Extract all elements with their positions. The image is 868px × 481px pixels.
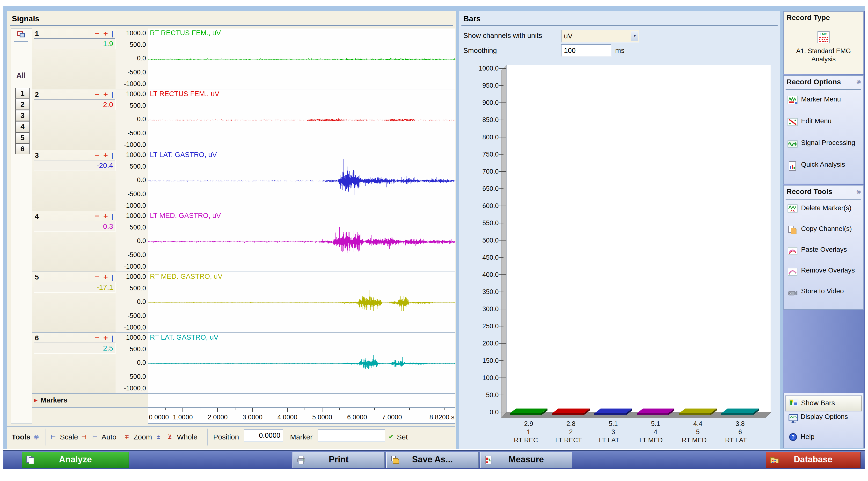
- units-dropdown-arrow-icon[interactable]: ▾: [631, 31, 639, 41]
- whole-view-icon[interactable]: ⊻: [168, 434, 172, 440]
- channel-y-scale: 1000.0500.00.0-500.0-1000.0: [116, 29, 148, 89]
- channel-waveform-canvas[interactable]: [148, 150, 455, 211]
- record-options-collapse-icon[interactable]: ◉: [857, 79, 861, 85]
- channel-plot-4[interactable]: LT MED. GASTRO, uV: [148, 211, 455, 271]
- channel-value-box[interactable]: -20.4: [34, 160, 116, 171]
- show-bars-button[interactable]: Show Bars: [785, 396, 862, 411]
- record-type-name[interactable]: A1. Standard EMG Analysis: [795, 47, 852, 63]
- select-all-channels-button[interactable]: All: [11, 71, 31, 79]
- channel-button-2[interactable]: 2: [15, 99, 30, 110]
- scale-down-icon[interactable]: ⊢: [51, 434, 56, 440]
- store-to-video-item[interactable]: Store to Video: [784, 287, 863, 306]
- set-button[interactable]: Set: [397, 433, 408, 441]
- signal-processing-item[interactable]: Signal Processing: [784, 138, 863, 158]
- channel-button-5[interactable]: 5: [15, 132, 30, 143]
- tools-menu-icon[interactable]: ◉: [34, 434, 39, 440]
- bar-2[interactable]: [552, 409, 590, 413]
- markers-row[interactable]: ▶ Markers: [32, 394, 148, 407]
- edit-menu-item[interactable]: Edit Menu: [784, 117, 863, 136]
- measure-button[interactable]: Measure: [480, 452, 572, 468]
- database-button[interactable]: Database: [766, 452, 861, 468]
- zoom-button[interactable]: Zoom: [133, 433, 152, 441]
- bar-4[interactable]: [637, 409, 674, 413]
- position-label: Position: [213, 433, 239, 441]
- scale-up-icon[interactable]: ⊣: [81, 434, 86, 440]
- channel-scale-plus-button[interactable]: +: [101, 212, 110, 220]
- channel-scale-minus-button[interactable]: −: [93, 151, 101, 159]
- channel-waveform-canvas[interactable]: [148, 89, 455, 150]
- whole-button[interactable]: Whole: [177, 433, 197, 441]
- bar-1[interactable]: [510, 409, 548, 413]
- channel-scale-minus-button[interactable]: −: [93, 333, 101, 342]
- channel-scale-plus-button[interactable]: +: [101, 29, 110, 38]
- channel-waveform-canvas[interactable]: [148, 333, 455, 393]
- delete-marker-s-item[interactable]: xxDelete Marker(s): [784, 203, 863, 223]
- display-options-button[interactable]: Display Options: [801, 412, 856, 421]
- help-icon[interactable]: ?: [789, 433, 797, 441]
- y-scale-tick: 0.0: [137, 298, 146, 306]
- marker-menu-item[interactable]: Marker Menu: [784, 95, 863, 115]
- channel-plot-5[interactable]: RT MED. GASTRO, uV: [148, 272, 455, 332]
- channel-plot-3[interactable]: LT LAT. GASTRO, uV: [148, 150, 455, 211]
- channel-scale-plus-button[interactable]: +: [101, 90, 110, 99]
- bar-6[interactable]: [721, 409, 759, 413]
- channel-cursor-button[interactable]: |: [110, 30, 113, 37]
- channel-cursor-button[interactable]: |: [110, 334, 113, 342]
- help-button[interactable]: Help: [801, 433, 814, 441]
- copy-channel-s-item[interactable]: Copy Channel(s): [784, 224, 863, 244]
- bar-3[interactable]: [594, 409, 632, 413]
- channel-scale-minus-button[interactable]: −: [93, 90, 101, 99]
- position-input[interactable]: [244, 429, 283, 442]
- channel-button-6[interactable]: 6: [15, 143, 30, 154]
- channel-scale-plus-button[interactable]: +: [101, 333, 110, 342]
- channel-cursor-button[interactable]: |: [110, 91, 113, 98]
- units-dropdown[interactable]: uV ▾: [561, 30, 639, 43]
- channel-scale-plus-button[interactable]: +: [101, 272, 110, 281]
- channel-value-box[interactable]: -17.1: [34, 282, 116, 293]
- markers-row-plot-area[interactable]: [148, 394, 455, 407]
- channel-plot-2[interactable]: LT RECTUS FEM., uV: [148, 89, 455, 150]
- auto-scale-icon[interactable]: ⊢: [92, 434, 97, 440]
- channel-cursor-button[interactable]: |: [110, 213, 113, 220]
- channel-waveform-canvas[interactable]: [148, 211, 455, 271]
- channel-scale-minus-button[interactable]: −: [93, 212, 101, 220]
- auto-button[interactable]: Auto: [101, 433, 117, 441]
- y-scale-tick: -500.0: [127, 69, 146, 76]
- remove-overlays-item[interactable]: Remove Overlays: [784, 266, 863, 286]
- bars-y-tick-label: 100.0: [482, 374, 499, 382]
- channel-scale-minus-button[interactable]: −: [93, 272, 101, 281]
- channel-value-box[interactable]: -2.0: [34, 99, 116, 110]
- channel-value-box[interactable]: 1.9: [34, 38, 116, 49]
- channel-scale-minus-button[interactable]: −: [93, 29, 101, 38]
- markers-expand-icon[interactable]: ▶: [34, 397, 37, 403]
- channel-button-3[interactable]: 3: [15, 110, 30, 121]
- channel-waveform-canvas[interactable]: [148, 272, 455, 332]
- channel-value-box[interactable]: 2.5: [34, 343, 116, 354]
- channel-waveform-canvas[interactable]: [148, 29, 455, 89]
- channel-trace-label: LT LAT. GASTRO, uV: [150, 151, 217, 159]
- record-tools-collapse-icon[interactable]: ◉: [857, 188, 861, 195]
- analyze-button[interactable]: Analyze: [22, 452, 129, 468]
- overlay-windows-icon[interactable]: [17, 31, 25, 38]
- channel-cursor-button[interactable]: |: [110, 274, 113, 281]
- print-button[interactable]: Print: [292, 452, 385, 468]
- save-as-button[interactable]: Save As...: [386, 452, 478, 468]
- bar-5[interactable]: [679, 409, 717, 413]
- quick-analysis-item[interactable]: Quick Analysis: [784, 160, 863, 180]
- channel-value-box[interactable]: 0.3: [34, 221, 116, 232]
- scale-button[interactable]: Scale: [60, 433, 78, 441]
- zoom-out-icon[interactable]: ∓: [124, 434, 129, 440]
- display-options-icon[interactable]: [788, 414, 798, 424]
- channel-scale-plus-button[interactable]: +: [101, 151, 110, 159]
- channel-cursor-button[interactable]: |: [110, 152, 113, 159]
- channel-plot-1[interactable]: RT RECTUS FEM., uV: [148, 29, 455, 89]
- channel-plot-6[interactable]: RT LAT. GASTRO, uV: [148, 333, 455, 393]
- marker-input[interactable]: [318, 429, 385, 442]
- paste-overlays-item[interactable]: Paste Overlays: [784, 245, 863, 265]
- channel-button-1[interactable]: 1: [15, 88, 30, 99]
- bars-chart: 0.050.0100.0150.0200.0250.0300.0350.0400…: [459, 11, 780, 449]
- zoom-in-icon[interactable]: ±: [157, 434, 160, 440]
- channel-button-4[interactable]: 4: [15, 121, 30, 132]
- channel-y-scale: 1000.0500.00.0-500.0-1000.0: [116, 333, 148, 393]
- smoothing-input[interactable]: [561, 44, 612, 57]
